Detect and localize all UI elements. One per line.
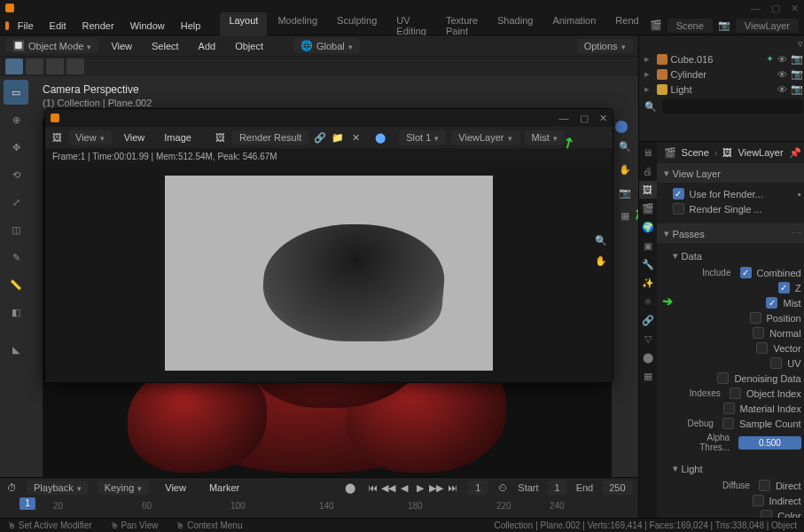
panel-data-header[interactable]: ▾Data: [673, 246, 801, 265]
tab-animation[interactable]: Animation: [543, 12, 605, 39]
jump-start-button[interactable]: ⏮: [365, 481, 379, 495]
pan-icon[interactable]: ✋: [615, 160, 635, 179]
visibility-toggle[interactable]: 👁: [777, 69, 787, 80]
slot-selector[interactable]: Slot 1: [399, 130, 446, 145]
tab-shading[interactable]: Shading: [488, 12, 542, 39]
viewlayer-selector[interactable]: ViewLayer: [736, 19, 799, 33]
play-reverse-button[interactable]: ◀: [397, 481, 411, 495]
outliner-search-input[interactable]: [662, 99, 803, 113]
diffuse-color-checkbox[interactable]: [761, 510, 772, 518]
current-frame-field[interactable]: 1: [468, 481, 488, 495]
uv-checkbox[interactable]: [770, 357, 782, 369]
cursor-tool[interactable]: ⊕: [4, 107, 28, 132]
options-dropdown[interactable]: Options: [577, 39, 633, 53]
playback-menu[interactable]: Playback: [27, 481, 89, 495]
render-view-menu-2[interactable]: View: [117, 130, 152, 145]
render-image-menu[interactable]: Image: [157, 130, 199, 145]
breadcrumb-scene[interactable]: Scene: [682, 147, 709, 158]
measure-tool[interactable]: 📏: [4, 272, 28, 297]
filter-icon[interactable]: ▿: [798, 38, 803, 50]
jump-end-button[interactable]: ⏭: [445, 481, 459, 495]
transform-tool[interactable]: ◫: [4, 217, 28, 242]
render-zoom-icon[interactable]: 🔍: [595, 235, 607, 246]
maximize-button[interactable]: ▢: [771, 3, 780, 14]
timeline-ruler[interactable]: 1 20 60 100 140 180 220 240: [0, 497, 638, 513]
props-tab-world[interactable]: 🌍: [639, 218, 657, 236]
normal-checkbox[interactable]: [753, 327, 764, 339]
select-mode-icon-4[interactable]: [66, 59, 84, 74]
rotate-tool[interactable]: ⟲: [4, 162, 28, 187]
move-tool[interactable]: ✥: [4, 135, 28, 160]
props-tab-object[interactable]: ▣: [639, 237, 657, 254]
render-pan-hand-icon[interactable]: ✋: [595, 255, 607, 267]
props-tab-material[interactable]: ⬤: [639, 348, 657, 366]
link-icon[interactable]: 🔗: [314, 131, 326, 144]
props-tab-texture[interactable]: ▦: [639, 367, 657, 385]
select-mode-icon-3[interactable]: [46, 59, 64, 74]
sync-icon[interactable]: ⏲: [496, 481, 509, 494]
viewport-canvas[interactable]: ▭ ⊕ ✥ ⟲ ⤢ ◫ ✎ 📏 ◧ ◣ Camera Perspective (…: [0, 76, 638, 477]
vector-checkbox[interactable]: [756, 342, 768, 354]
render-viewlayer-selector[interactable]: ViewLayer: [451, 130, 519, 145]
timeline-editor-icon[interactable]: ⏱: [5, 481, 18, 494]
playhead[interactable]: 1: [20, 497, 35, 510]
scale-tool[interactable]: ⤢: [4, 190, 28, 215]
render-result-selector[interactable]: Render Result: [232, 130, 308, 145]
auto-key-icon[interactable]: ⬤: [344, 481, 356, 494]
outliner-item-cube[interactable]: ▸ Cube.016 ✦ 👁 📷: [639, 51, 804, 66]
mist-checkbox[interactable]: [766, 297, 777, 309]
display-mode-icon[interactable]: ⬤: [374, 131, 386, 144]
prev-keyframe-button[interactable]: ◀◀: [381, 481, 395, 495]
select-mode-icon[interactable]: [5, 59, 23, 74]
keying-menu[interactable]: Keying: [98, 481, 150, 495]
render-toggle[interactable]: 📷: [791, 83, 803, 95]
render-toggle[interactable]: 📷: [791, 53, 803, 65]
perspective-toggle-icon[interactable]: ▦: [615, 206, 635, 225]
start-frame-field[interactable]: 1: [548, 481, 567, 495]
next-keyframe-button[interactable]: ▶▶: [429, 481, 443, 495]
outliner-item-light[interactable]: ▸ Light 👁 📷: [639, 82, 804, 97]
visibility-toggle[interactable]: 👁: [777, 54, 787, 65]
use-for-rendering-checkbox[interactable]: [673, 188, 684, 200]
render-close-button[interactable]: ✕: [599, 113, 607, 124]
render-pass-selector[interactable]: Mist: [525, 130, 565, 145]
breadcrumb-viewlayer[interactable]: ViewLayer: [738, 147, 783, 158]
camera-view-icon[interactable]: 📷: [615, 183, 635, 202]
panel-viewlayer-header[interactable]: ▾View Layer: [657, 164, 804, 183]
image-editor-icon[interactable]: 🖼: [51, 131, 63, 144]
menu-render[interactable]: Render: [75, 19, 121, 33]
select-box-tool[interactable]: ▭: [4, 80, 28, 105]
close-window-button[interactable]: ✕: [791, 3, 799, 14]
render-canvas[interactable]: 🔍 ✋: [45, 164, 613, 382]
combined-checkbox[interactable]: [740, 267, 752, 278]
scene-selector[interactable]: Scene: [667, 19, 713, 33]
menu-help[interactable]: Help: [174, 19, 208, 33]
props-tab-viewlayer[interactable]: 🖼: [639, 181, 657, 199]
sample-count-checkbox[interactable]: [722, 418, 734, 429]
tab-uv-editing[interactable]: UV Editing: [387, 12, 435, 39]
vp-menu-add[interactable]: Add: [191, 39, 223, 53]
props-tab-constraints[interactable]: 🔗: [639, 311, 657, 329]
alpha-threshold-slider[interactable]: 0.500: [738, 436, 801, 450]
tab-texture-paint[interactable]: Texture Paint: [437, 12, 487, 39]
close-image-icon[interactable]: ✕: [349, 131, 362, 144]
props-tab-scene[interactable]: 🎬: [639, 200, 657, 217]
props-tab-render[interactable]: 🖥: [639, 144, 657, 161]
tab-rendering[interactable]: Rend: [606, 12, 647, 39]
annotate-tool[interactable]: ✎: [4, 245, 28, 270]
outliner-item-cylinder[interactable]: ▸ Cylinder 👁 📷: [639, 66, 804, 82]
menu-edit[interactable]: Edit: [43, 19, 74, 33]
render-max-button[interactable]: ▢: [580, 113, 589, 124]
folder-icon[interactable]: 📁: [332, 131, 344, 144]
menu-file[interactable]: File: [11, 19, 41, 33]
mode-selector[interactable]: 🔲 Object Mode: [5, 38, 98, 53]
zoom-icon[interactable]: 🔍: [615, 137, 635, 156]
render-min-button[interactable]: —: [559, 113, 569, 124]
props-tab-output[interactable]: 🖨: [639, 162, 657, 180]
denoising-checkbox[interactable]: [717, 372, 729, 384]
minimize-button[interactable]: —: [751, 3, 761, 14]
diffuse-indirect-checkbox[interactable]: [753, 495, 764, 506]
props-tab-particles[interactable]: ✨: [639, 274, 657, 292]
end-frame-field[interactable]: 250: [602, 481, 632, 495]
menu-window[interactable]: Window: [123, 19, 172, 33]
